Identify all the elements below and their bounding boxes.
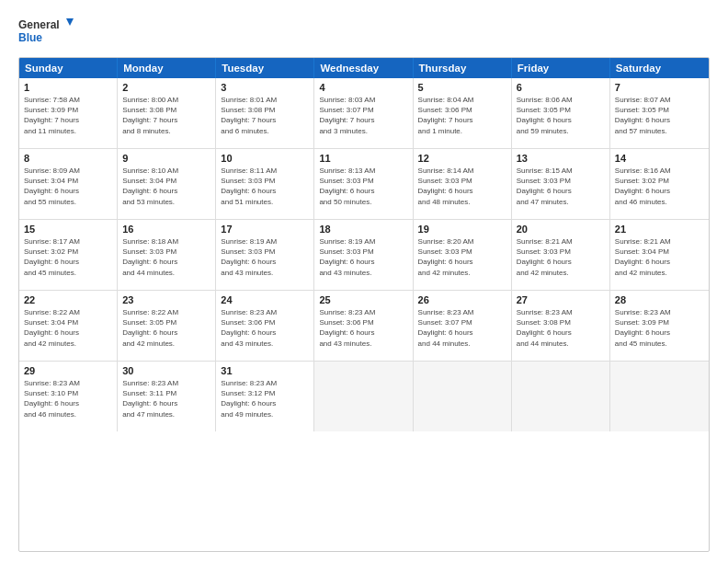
calendar-header: SundayMondayTuesdayWednesdayThursdayFrid…	[19, 58, 709, 78]
day-number: 6	[517, 82, 605, 93]
calendar-cell-14: 14Sunrise: 8:16 AM Sunset: 3:02 PM Dayli…	[610, 149, 709, 219]
day-info: Sunrise: 8:06 AM Sunset: 3:05 PM Dayligh…	[517, 95, 605, 136]
day-number: 18	[319, 224, 407, 235]
calendar-cell-15: 15Sunrise: 8:17 AM Sunset: 3:02 PM Dayli…	[19, 220, 118, 290]
day-number: 9	[122, 153, 210, 164]
day-info: Sunrise: 8:19 AM Sunset: 3:03 PM Dayligh…	[319, 236, 407, 278]
day-info: Sunrise: 8:23 AM Sunset: 3:08 PM Dayligh…	[517, 307, 605, 349]
day-number: 10	[221, 153, 309, 164]
calendar-cell-25: 25Sunrise: 8:23 AM Sunset: 3:06 PM Dayli…	[314, 291, 413, 361]
calendar-cell-8: 8Sunrise: 8:09 AM Sunset: 3:04 PM Daylig…	[19, 149, 118, 219]
day-number: 26	[418, 294, 506, 305]
calendar-cell-6: 6Sunrise: 8:06 AM Sunset: 3:05 PM Daylig…	[512, 78, 610, 148]
logo: General Blue	[18, 15, 74, 48]
day-number: 13	[517, 153, 605, 164]
header: General Blue	[18, 15, 710, 48]
calendar-cell-13: 13Sunrise: 8:15 AM Sunset: 3:03 PM Dayli…	[512, 149, 610, 219]
day-number: 7	[615, 82, 704, 93]
calendar-cell-empty-4-3	[314, 362, 413, 431]
day-number: 12	[418, 153, 506, 164]
day-number: 8	[24, 153, 112, 164]
calendar-cell-31: 31Sunrise: 8:23 AM Sunset: 3:12 PM Dayli…	[216, 362, 314, 431]
calendar-cell-12: 12Sunrise: 8:14 AM Sunset: 3:03 PM Dayli…	[414, 149, 512, 219]
day-info: Sunrise: 8:00 AM Sunset: 3:08 PM Dayligh…	[122, 95, 210, 136]
day-info: Sunrise: 8:22 AM Sunset: 3:05 PM Dayligh…	[122, 307, 210, 349]
svg-text:Blue: Blue	[18, 31, 42, 44]
day-info: Sunrise: 8:23 AM Sunset: 3:09 PM Dayligh…	[615, 307, 704, 349]
calendar: SundayMondayTuesdayWednesdayThursdayFrid…	[18, 57, 710, 552]
logo-svg: General Blue	[18, 15, 74, 48]
day-info: Sunrise: 7:58 AM Sunset: 3:09 PM Dayligh…	[24, 95, 112, 136]
day-number: 22	[24, 294, 112, 305]
day-info: Sunrise: 8:18 AM Sunset: 3:03 PM Dayligh…	[122, 236, 210, 278]
calendar-body: 1Sunrise: 7:58 AM Sunset: 3:09 PM Daylig…	[19, 78, 709, 431]
day-number: 3	[221, 82, 309, 93]
calendar-week-5: 29Sunrise: 8:23 AM Sunset: 3:10 PM Dayli…	[19, 362, 709, 431]
day-info: Sunrise: 8:09 AM Sunset: 3:04 PM Dayligh…	[24, 166, 112, 207]
day-info: Sunrise: 8:23 AM Sunset: 3:10 PM Dayligh…	[24, 378, 112, 419]
svg-marker-2	[66, 18, 74, 26]
day-number: 20	[517, 224, 605, 235]
page: General Blue SundayMondayTuesdayWednesda…	[0, 0, 728, 563]
calendar-cell-21: 21Sunrise: 8:21 AM Sunset: 3:04 PM Dayli…	[610, 220, 709, 290]
day-info: Sunrise: 8:15 AM Sunset: 3:03 PM Dayligh…	[517, 166, 605, 207]
day-number: 11	[319, 153, 407, 164]
day-info: Sunrise: 8:04 AM Sunset: 3:06 PM Dayligh…	[418, 95, 506, 136]
calendar-cell-26: 26Sunrise: 8:23 AM Sunset: 3:07 PM Dayli…	[414, 291, 512, 361]
calendar-week-4: 22Sunrise: 8:22 AM Sunset: 3:04 PM Dayli…	[19, 291, 709, 362]
day-number: 15	[24, 224, 112, 235]
calendar-weekday-monday: Monday	[118, 58, 216, 78]
calendar-cell-23: 23Sunrise: 8:22 AM Sunset: 3:05 PM Dayli…	[118, 291, 216, 361]
day-number: 31	[221, 365, 309, 376]
day-number: 16	[122, 224, 210, 235]
calendar-weekday-wednesday: Wednesday	[314, 58, 413, 78]
day-info: Sunrise: 8:20 AM Sunset: 3:03 PM Dayligh…	[418, 236, 506, 278]
calendar-cell-20: 20Sunrise: 8:21 AM Sunset: 3:03 PM Dayli…	[512, 220, 610, 290]
calendar-cell-11: 11Sunrise: 8:13 AM Sunset: 3:03 PM Dayli…	[314, 149, 413, 219]
day-number: 23	[122, 294, 210, 305]
day-number: 25	[319, 294, 407, 305]
calendar-weekday-sunday: Sunday	[19, 58, 118, 78]
calendar-cell-24: 24Sunrise: 8:23 AM Sunset: 3:06 PM Dayli…	[216, 291, 314, 361]
calendar-weekday-tuesday: Tuesday	[216, 58, 314, 78]
calendar-cell-empty-4-6	[610, 362, 709, 431]
day-info: Sunrise: 8:03 AM Sunset: 3:07 PM Dayligh…	[319, 95, 407, 136]
day-info: Sunrise: 8:23 AM Sunset: 3:07 PM Dayligh…	[418, 307, 506, 349]
day-info: Sunrise: 8:16 AM Sunset: 3:02 PM Dayligh…	[615, 166, 704, 207]
calendar-week-3: 15Sunrise: 8:17 AM Sunset: 3:02 PM Dayli…	[19, 220, 709, 291]
calendar-cell-1: 1Sunrise: 7:58 AM Sunset: 3:09 PM Daylig…	[19, 78, 118, 148]
calendar-week-2: 8Sunrise: 8:09 AM Sunset: 3:04 PM Daylig…	[19, 149, 709, 220]
day-number: 19	[418, 224, 506, 235]
day-number: 14	[615, 153, 704, 164]
calendar-cell-4: 4Sunrise: 8:03 AM Sunset: 3:07 PM Daylig…	[314, 78, 413, 148]
calendar-cell-9: 9Sunrise: 8:10 AM Sunset: 3:04 PM Daylig…	[118, 149, 216, 219]
day-info: Sunrise: 8:23 AM Sunset: 3:11 PM Dayligh…	[122, 378, 210, 419]
calendar-cell-17: 17Sunrise: 8:19 AM Sunset: 3:03 PM Dayli…	[216, 220, 314, 290]
day-number: 17	[221, 224, 309, 235]
calendar-cell-22: 22Sunrise: 8:22 AM Sunset: 3:04 PM Dayli…	[19, 291, 118, 361]
day-number: 1	[24, 82, 112, 93]
day-info: Sunrise: 8:13 AM Sunset: 3:03 PM Dayligh…	[319, 166, 407, 207]
day-info: Sunrise: 8:23 AM Sunset: 3:06 PM Dayligh…	[221, 307, 309, 349]
day-number: 21	[615, 224, 704, 235]
day-info: Sunrise: 8:21 AM Sunset: 3:04 PM Dayligh…	[615, 236, 704, 278]
calendar-cell-19: 19Sunrise: 8:20 AM Sunset: 3:03 PM Dayli…	[414, 220, 512, 290]
svg-text:General: General	[18, 18, 60, 31]
day-number: 2	[122, 82, 210, 93]
day-info: Sunrise: 8:17 AM Sunset: 3:02 PM Dayligh…	[24, 236, 112, 278]
day-info: Sunrise: 8:19 AM Sunset: 3:03 PM Dayligh…	[221, 236, 309, 278]
day-info: Sunrise: 8:07 AM Sunset: 3:05 PM Dayligh…	[615, 95, 704, 136]
day-info: Sunrise: 8:11 AM Sunset: 3:03 PM Dayligh…	[221, 166, 309, 207]
day-number: 29	[24, 365, 112, 376]
calendar-cell-10: 10Sunrise: 8:11 AM Sunset: 3:03 PM Dayli…	[216, 149, 314, 219]
calendar-cell-30: 30Sunrise: 8:23 AM Sunset: 3:11 PM Dayli…	[118, 362, 216, 431]
day-info: Sunrise: 8:23 AM Sunset: 3:06 PM Dayligh…	[319, 307, 407, 349]
day-number: 4	[319, 82, 407, 93]
day-info: Sunrise: 8:10 AM Sunset: 3:04 PM Dayligh…	[122, 166, 210, 207]
calendar-cell-empty-4-4	[414, 362, 512, 431]
calendar-cell-5: 5Sunrise: 8:04 AM Sunset: 3:06 PM Daylig…	[414, 78, 512, 148]
calendar-cell-3: 3Sunrise: 8:01 AM Sunset: 3:08 PM Daylig…	[216, 78, 314, 148]
day-number: 24	[221, 294, 309, 305]
calendar-weekday-friday: Friday	[512, 58, 610, 78]
day-info: Sunrise: 8:14 AM Sunset: 3:03 PM Dayligh…	[418, 166, 506, 207]
